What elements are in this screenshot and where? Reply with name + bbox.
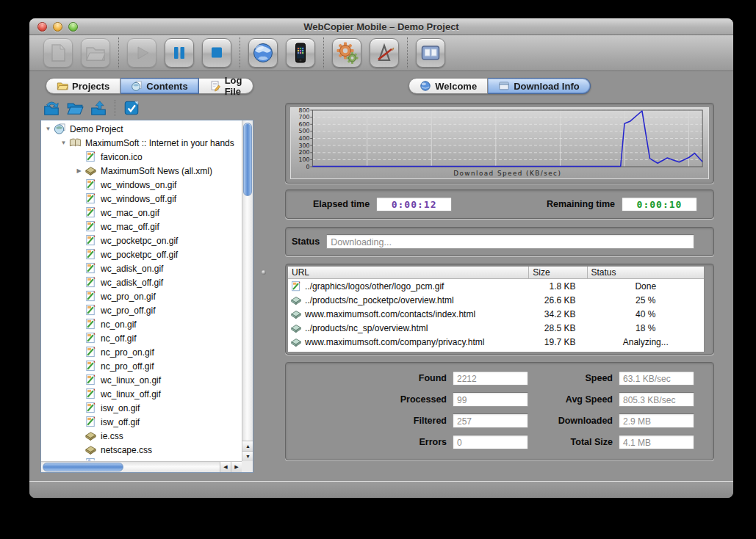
tree-item-label: wc_adisk_off.gif — [101, 278, 163, 288]
tab-download-info[interactable]: Download Info — [488, 78, 591, 94]
column-header-url[interactable]: URL — [288, 267, 529, 278]
update-project-button[interactable] — [42, 98, 61, 117]
tree-item-wc-pro-on-gif[interactable]: wc_pro_on.gif — [41, 289, 241, 303]
tree-item-nc-off-gif[interactable]: nc_off.gif — [41, 331, 241, 345]
tree-item-wc-adisk-off-gif[interactable]: wc_adisk_off.gif — [41, 275, 241, 289]
design-tools-button[interactable] — [370, 38, 399, 68]
tree-item-wc-linux-off-gif[interactable]: wc_linux_off.gif — [41, 387, 241, 401]
tree-item-ie-css[interactable]: ie.css — [41, 429, 241, 443]
tree-item-maximumsoft-internet-in-your-hands[interactable]: ▼MaximumSoft :: Internet in your hands — [41, 136, 241, 150]
tree-item-wc-adisk-on-gif[interactable]: wc_adisk_on.gif — [41, 261, 241, 275]
stop-download-button[interactable] — [202, 38, 231, 68]
expander-open-icon[interactable]: ▼ — [58, 140, 69, 146]
tree-item-label: MaximumSoft News (all.xml) — [101, 166, 212, 176]
column-header-size[interactable]: Size — [529, 267, 587, 278]
tab-projects[interactable]: Projects — [46, 78, 120, 94]
tab-log-file[interactable]: Log File — [199, 78, 253, 94]
stat-label-filtered: Filtered — [295, 416, 453, 426]
tree-item-nc-on-gif[interactable]: nc_on.gif — [41, 317, 241, 331]
size-cell: 26.6 KB — [529, 295, 587, 305]
size-cell: 28.5 KB — [529, 323, 587, 333]
stat-field-filtered[interactable]: 257 — [453, 413, 528, 428]
status-field[interactable]: Downloading... — [326, 234, 694, 249]
svg-text:700: 700 — [299, 114, 310, 120]
scroll-down-button[interactable]: ▼ — [242, 451, 253, 461]
tree-item-isw-on-gif[interactable]: isw_on.gif — [41, 401, 241, 415]
table-row[interactable]: www.maximumsoft.com/company/privacy.html… — [288, 335, 704, 349]
tree-item-demo-project[interactable]: ▼Demo Project — [41, 122, 241, 136]
browser-button[interactable] — [248, 38, 278, 68]
image-file-icon — [84, 276, 98, 289]
open-folder-button[interactable] — [65, 98, 84, 117]
table-row[interactable]: www.maximumsoft.com/contacts/index.html3… — [288, 307, 704, 321]
tree-item-maximumsoft-news-all-xml[interactable]: ▶MaximumSoft News (all.xml) — [41, 164, 241, 178]
table-row[interactable]: ../products/nc_sp/overview.html28.5 KB18… — [288, 321, 704, 335]
tab-contents[interactable]: Contents — [120, 78, 198, 94]
start-download-button[interactable] — [127, 38, 156, 68]
stat-field-avg-speed[interactable]: 805.3 KB/sec — [619, 392, 694, 407]
image-file-icon — [84, 248, 98, 261]
tree-item-snow-js[interactable]: snow.js — [41, 457, 241, 460]
pause-download-button[interactable] — [165, 38, 194, 68]
stat-label-processed: Processed — [295, 394, 453, 405]
new-project-button[interactable] — [43, 38, 73, 68]
expander-closed-icon[interactable]: ▶ — [73, 167, 84, 174]
url-cell: ../products/nc_sp/overview.html — [305, 323, 428, 333]
tree-item-favicon-ico[interactable]: favicon.ico — [41, 150, 241, 164]
image-file-icon — [84, 346, 98, 358]
settings-button[interactable] — [332, 38, 361, 68]
book-open-icon — [69, 137, 82, 149]
scroll-right-button[interactable]: ▶ — [231, 462, 242, 472]
stat-field-downloaded[interactable]: 2.9 MB — [619, 413, 694, 428]
select-files-button[interactable] — [122, 98, 141, 117]
scroll-up-button[interactable]: ▲ — [242, 441, 253, 451]
tree-toolbar — [42, 98, 253, 117]
tree-item-wc-mac-off-gif[interactable]: wc_mac_off.gif — [41, 220, 241, 234]
tree-item-label: wc_linux_on.gif — [101, 375, 161, 386]
mobile-device-button[interactable] — [286, 38, 315, 68]
tree-item-netscape-css[interactable]: netscape.css — [41, 443, 241, 457]
tree-item-wc-pocketpc-off-gif[interactable]: wc_pocketpc_off.gif — [41, 247, 241, 261]
status-bar — [29, 481, 733, 498]
tree-item-nc-pro-off-gif[interactable]: nc_pro_off.gif — [41, 359, 241, 373]
js-file-icon — [84, 457, 98, 460]
tree-horizontal-scrollbar[interactable]: ◀ ▶ — [41, 461, 242, 472]
horizontal-scroll-thumb[interactable] — [43, 463, 123, 471]
downloads-table: URLSizeStatus../graphics/logos/other/log… — [287, 266, 705, 352]
stat-field-processed[interactable]: 99 — [453, 392, 528, 407]
stat-field-total-size[interactable]: 4.1 MB — [619, 435, 694, 449]
tree-item-wc-linux-on-gif[interactable]: wc_linux_on.gif — [41, 373, 241, 387]
stat-field-found[interactable]: 2212 — [453, 371, 528, 386]
tree-item-isw-off-gif[interactable]: isw_off.gif — [41, 415, 241, 429]
column-header-status[interactable]: Status — [588, 267, 704, 278]
tree-item-label: wc_linux_off.gif — [101, 389, 161, 399]
table-row[interactable]: ../products/nc_pocketpc/overview.html26.… — [288, 293, 704, 307]
tree-item-wc-mac-on-gif[interactable]: wc_mac_on.gif — [41, 206, 241, 220]
panel-splitter[interactable] — [253, 78, 276, 481]
vertical-scroll-thumb[interactable] — [243, 123, 252, 196]
tree-item-wc-pocketpc-on-gif[interactable]: wc_pocketpc_on.gif — [41, 234, 241, 247]
tree-item-nc-pro-on-gif[interactable]: nc_pro_on.gif — [41, 345, 241, 359]
tree-vertical-scrollbar[interactable]: ▲ ▼ — [242, 120, 253, 461]
scroll-left-button[interactable]: ◀ — [220, 462, 231, 472]
splitter-handle-icon[interactable] — [262, 270, 266, 275]
book-icon — [84, 444, 98, 456]
media-library-button[interactable] — [416, 38, 445, 68]
tree-item-wc-pro-off-gif[interactable]: wc_pro_off.gif — [41, 303, 241, 317]
status-label: Status — [292, 236, 320, 247]
tree-item-label: wc_pro_on.gif — [101, 292, 156, 302]
stat-field-errors[interactable]: 0 — [453, 435, 528, 449]
tree-list: ▼Demo Project▼MaximumSoft :: Internet in… — [41, 122, 241, 460]
tab-welcome[interactable]: Welcome — [408, 78, 488, 94]
globe-folder-icon — [54, 123, 67, 135]
titlebar[interactable]: WebCopier Mobile – Demo Project — [29, 18, 733, 35]
tree-item-wc-windows-off-gif[interactable]: wc_windows_off.gif — [41, 192, 241, 206]
stat-field-speed[interactable]: 63.1 KB/sec — [619, 371, 694, 386]
table-row[interactable]: ../graphics/logos/other/logo_pcm.gif1.8 … — [288, 279, 704, 293]
export-files-button[interactable] — [89, 98, 108, 117]
tree-item-wc-windows-on-gif[interactable]: wc_windows_on.gif — [41, 178, 241, 192]
expander-open-icon[interactable]: ▼ — [43, 126, 54, 132]
open-project-button[interactable] — [81, 38, 110, 68]
stat-label-downloaded: Downloaded — [528, 416, 619, 426]
svg-text:0: 0 — [306, 164, 309, 170]
